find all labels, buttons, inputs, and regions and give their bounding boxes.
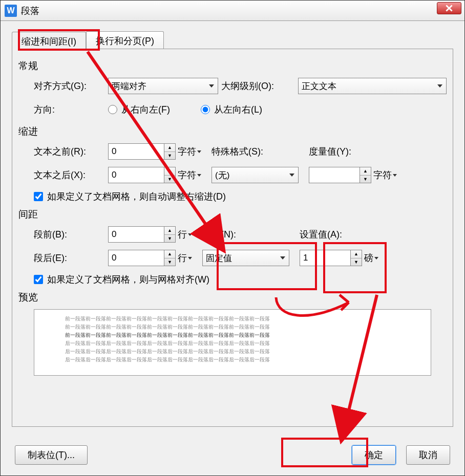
app-logo-icon: W bbox=[5, 5, 17, 17]
linespacing-label: 行距(N): bbox=[202, 228, 279, 241]
space-before-spinner[interactable]: ▲▼ bbox=[108, 226, 176, 243]
space-before-unit[interactable]: 行 bbox=[178, 228, 192, 241]
chevron-down-icon[interactable]: ▼ bbox=[360, 176, 371, 183]
radio-label: 从右向左(F) bbox=[121, 103, 170, 116]
indent-after-spinner[interactable]: ▲▼ bbox=[108, 167, 176, 183]
special-select[interactable]: (无) bbox=[212, 167, 299, 183]
chevron-down-icon[interactable]: ▼ bbox=[351, 258, 362, 266]
section-indent: 缩进 bbox=[18, 125, 447, 138]
tabs-button[interactable]: 制表位(T)... bbox=[15, 445, 88, 465]
direction-label: 方向: bbox=[34, 103, 108, 116]
checkbox-label: 如果定义了文档网格，则与网格对齐(W) bbox=[47, 273, 209, 286]
outline-label: 大纲级别(O): bbox=[221, 80, 298, 92]
close-icon bbox=[446, 5, 453, 12]
close-button[interactable] bbox=[437, 2, 461, 14]
space-after-label: 段后(E): bbox=[34, 252, 108, 264]
chevron-down-icon[interactable]: ▼ bbox=[164, 258, 175, 266]
space-after-unit[interactable]: 行 bbox=[178, 252, 192, 264]
cancel-button[interactable]: 取消 bbox=[406, 445, 450, 465]
chevron-down-icon[interactable]: ▼ bbox=[164, 152, 175, 160]
section-general: 常规 bbox=[18, 59, 447, 73]
indent-before-label: 文本之前(R): bbox=[34, 145, 108, 158]
indent-grid-checkbox[interactable]: 如果定义了文档网格，则自动调整右缩进(D) bbox=[34, 190, 447, 203]
linespacing-select[interactable]: 固定值 bbox=[202, 250, 289, 266]
measure-label: 度量值(Y): bbox=[309, 145, 351, 158]
checkbox-label: 如果定义了文档网格，则自动调整右缩进(D) bbox=[47, 190, 226, 203]
section-preview: 预览 bbox=[18, 291, 447, 304]
tab-bar: 缩进和间距(I) 换行和分页(P) bbox=[12, 31, 464, 50]
titlebar: W 段落 bbox=[1, 1, 464, 21]
indent-before-spinner[interactable]: ▲▼ bbox=[108, 143, 176, 160]
chevron-up-icon[interactable]: ▲ bbox=[164, 167, 175, 176]
setat-label: 设置值(A): bbox=[300, 228, 342, 241]
radio-label: 从左向右(L) bbox=[214, 103, 262, 116]
tab-label: 缩进和间距(I) bbox=[22, 36, 76, 47]
paragraph-dialog: W 段落 缩进和间距(I) 换行和分页(P) 常规 对齐方式(G): 两端对齐 … bbox=[0, 0, 465, 476]
spacing-grid-checkbox[interactable]: 如果定义了文档网格，则与网格对齐(W) bbox=[34, 273, 447, 286]
indent-after-unit[interactable]: 字符 bbox=[178, 169, 201, 181]
chevron-up-icon[interactable]: ▲ bbox=[164, 144, 175, 152]
direction-ltr-radio[interactable]: 从左向右(L) bbox=[201, 103, 262, 116]
setat-unit[interactable]: 磅 bbox=[364, 252, 378, 264]
direction-rtl-radio[interactable]: 从右向左(F) bbox=[108, 103, 170, 116]
tab-label: 换行和分页(P) bbox=[96, 36, 154, 46]
setat-spinner[interactable]: ▲▼ bbox=[300, 250, 362, 266]
tab-indent-spacing[interactable]: 缩进和间距(I) bbox=[12, 32, 86, 51]
chevron-up-icon[interactable]: ▲ bbox=[164, 250, 175, 258]
dialog-footer: 制表位(T)... 确定 取消 bbox=[1, 435, 464, 475]
chevron-down-icon[interactable]: ▼ bbox=[164, 235, 175, 243]
alignment-select[interactable]: 两端对齐 bbox=[108, 78, 218, 94]
indent-after-label: 文本之后(X): bbox=[34, 169, 108, 181]
window-title: 段落 bbox=[21, 5, 460, 17]
chevron-up-icon[interactable]: ▲ bbox=[351, 250, 362, 258]
outline-select[interactable]: 正文文本 bbox=[298, 78, 447, 94]
ok-button[interactable]: 确定 bbox=[352, 445, 396, 465]
space-before-label: 段前(B): bbox=[34, 228, 108, 241]
chevron-up-icon[interactable]: ▲ bbox=[360, 167, 371, 176]
measure-spinner[interactable]: ▲▼ bbox=[309, 167, 371, 183]
space-after-spinner[interactable]: ▲▼ bbox=[108, 250, 176, 266]
preview-panel: 前一段落前一段落前一段落前一段落前一段落前一段落前一段落前一段落前一段落前一段落… bbox=[34, 309, 431, 376]
alignment-label: 对齐方式(G): bbox=[34, 80, 108, 92]
chevron-down-icon[interactable]: ▼ bbox=[164, 176, 175, 183]
measure-unit[interactable]: 字符 bbox=[373, 169, 397, 181]
special-label: 特殊格式(S): bbox=[212, 145, 288, 158]
indent-before-unit[interactable]: 字符 bbox=[178, 145, 201, 158]
tab-line-page-breaks[interactable]: 换行和分页(P) bbox=[86, 31, 164, 50]
section-spacing: 间距 bbox=[18, 208, 447, 221]
dialog-body: 常规 对齐方式(G): 两端对齐 大纲级别(O): 正文文本 方向: 从右向左(… bbox=[12, 49, 453, 427]
chevron-up-icon[interactable]: ▲ bbox=[164, 227, 175, 235]
